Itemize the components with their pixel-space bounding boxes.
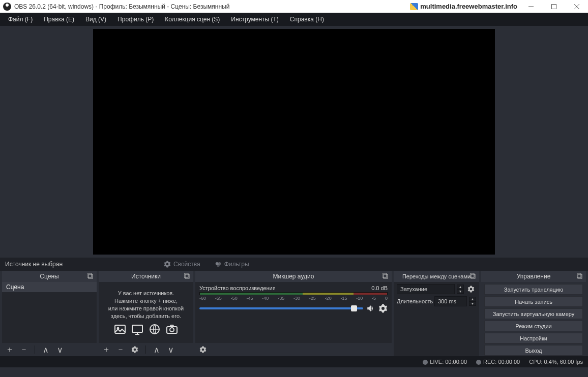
status-cpu: CPU: 0.4%, 60.00 fps: [529, 359, 583, 365]
window-titlebar: OBS 26.0.2 (64-bit, windows) - Профиль: …: [0, 0, 588, 13]
controls-dock: Управление Запустить трансляцию Начать з…: [481, 271, 586, 356]
status-rec: REC: 00:00:00: [476, 359, 520, 365]
audio-meter-ticks: -60-55-50-45-40-35-30-25-20-15-10-50: [199, 296, 388, 301]
svg-rect-6: [185, 274, 189, 278]
source-move-up-button[interactable]: ∧: [152, 345, 161, 354]
scene-move-up-button[interactable]: ∧: [41, 345, 50, 354]
speaker-icon[interactable]: [366, 304, 375, 313]
transition-settings-button[interactable]: [466, 284, 476, 294]
gear-icon: [164, 261, 171, 268]
svg-point-13: [170, 328, 174, 332]
preview-canvas[interactable]: [93, 29, 495, 255]
watermark-text: multimedia.freewebmaster.info: [420, 3, 517, 10]
studio-mode-button[interactable]: Режим студии: [484, 321, 583, 331]
mixer-level-label: 0.0 dB: [371, 285, 388, 291]
popout-icon[interactable]: [183, 272, 191, 280]
source-remove-button[interactable]: －: [116, 345, 125, 354]
svg-rect-5: [87, 273, 92, 277]
source-settings-button[interactable]: [130, 345, 139, 354]
dock-row: Сцены Сцена ＋ － ∧ ∨ Источники У вас нет …: [0, 271, 588, 356]
svg-rect-10: [132, 325, 142, 332]
start-stream-button[interactable]: Запустить трансляцию: [484, 284, 583, 295]
transition-spin[interactable]: ▲▼: [457, 285, 464, 294]
popout-icon[interactable]: [86, 272, 95, 280]
settings-button[interactable]: Настройки: [484, 333, 583, 343]
controls-header[interactable]: Управление: [481, 271, 586, 282]
window-minimize-button[interactable]: [519, 0, 542, 13]
window-maximize-button[interactable]: [542, 0, 565, 13]
duration-input[interactable]: 300 ms: [434, 296, 467, 306]
start-virtualcam-button[interactable]: Запустить виртуальную камеру: [484, 308, 583, 319]
source-info-bar: Источник не выбран Свойства Фильтры: [0, 258, 588, 271]
exit-button[interactable]: Выход: [484, 345, 583, 356]
menu-file[interactable]: Файл (F): [3, 14, 38, 25]
sources-dock: Источники У вас нет источников. Нажмите …: [99, 271, 193, 356]
menu-tools[interactable]: Инструменты (T): [226, 14, 283, 25]
status-live: LIVE: 00:00:00: [423, 359, 467, 365]
window-close-button[interactable]: [565, 0, 588, 13]
transitions-header[interactable]: Переходы между сценами: [394, 271, 479, 282]
menu-view[interactable]: Вид (V): [80, 14, 111, 25]
volume-slider[interactable]: [199, 307, 363, 309]
menubar: Файл (F) Правка (E) Вид (V) Профиль (P) …: [0, 13, 588, 26]
menu-profile[interactable]: Профиль (P): [112, 14, 159, 25]
scenes-dock: Сцены Сцена ＋ － ∧ ∨: [2, 271, 97, 356]
rec-dot-icon: [476, 360, 481, 365]
svg-rect-0: [551, 4, 556, 9]
scenes-header[interactable]: Сцены: [2, 271, 97, 282]
watermark: multimedia.freewebmaster.info: [410, 3, 517, 10]
svg-rect-16: [471, 274, 475, 278]
popout-icon[interactable]: [576, 272, 584, 280]
audio-mixer-header[interactable]: Микшер аудио: [195, 271, 392, 282]
window-title: OBS 26.0.2 (64-bit, windows) - Профиль: …: [14, 3, 229, 10]
svg-rect-8: [115, 325, 125, 333]
mixer-settings-button[interactable]: [198, 345, 208, 354]
svg-rect-18: [578, 274, 582, 278]
duration-label: Длительность: [397, 298, 432, 304]
properties-button[interactable]: Свойства: [161, 260, 203, 269]
menu-edit[interactable]: Правка (E): [39, 14, 79, 25]
camera-icon: [166, 323, 178, 335]
selected-source-label: Источник не выбран: [5, 261, 153, 268]
source-move-down-button[interactable]: ∨: [166, 345, 175, 354]
preview-area: [0, 26, 588, 258]
filters-icon: [215, 261, 222, 268]
gear-icon[interactable]: [378, 304, 388, 313]
menu-scene-collection[interactable]: Коллекция сцен (S): [160, 14, 225, 25]
popout-icon[interactable]: [469, 272, 477, 280]
watermark-icon: [410, 3, 418, 10]
start-record-button[interactable]: Начать запись: [484, 296, 583, 307]
mixer-toolbar: [195, 343, 392, 356]
image-icon: [114, 323, 126, 335]
source-add-button[interactable]: ＋: [102, 345, 111, 354]
svg-rect-15: [383, 273, 387, 277]
display-icon: [131, 323, 143, 335]
sources-header[interactable]: Источники: [99, 271, 193, 282]
sources-toolbar: ＋ － ∧ ∨: [99, 343, 193, 356]
scene-add-button[interactable]: ＋: [5, 345, 14, 354]
svg-rect-4: [89, 274, 93, 278]
menu-help[interactable]: Справка (H): [285, 14, 329, 25]
svg-rect-7: [184, 273, 188, 277]
obs-app-icon: [3, 3, 11, 11]
filters-button[interactable]: Фильтры: [212, 260, 252, 269]
popout-icon[interactable]: [381, 272, 390, 280]
globe-icon: [149, 323, 161, 335]
scene-move-down-button[interactable]: ∨: [55, 345, 65, 354]
audio-mixer-dock: Микшер аудио Устройство воспроизведения …: [195, 271, 392, 356]
scene-item[interactable]: Сцена: [2, 282, 97, 292]
svg-rect-19: [577, 273, 581, 277]
mixer-device-label: Устройство воспроизведения: [199, 285, 276, 291]
statusbar: LIVE: 00:00:00 REC: 00:00:00 CPU: 0.4%, …: [0, 356, 588, 367]
duration-spin[interactable]: ▲▼: [469, 297, 476, 306]
live-dot-icon: [423, 360, 428, 365]
transition-select[interactable]: Затухание: [397, 284, 455, 294]
svg-rect-14: [384, 274, 388, 278]
transitions-dock: Переходы между сценами Затухание ▲▼ Длит…: [394, 271, 479, 356]
audio-meter: [199, 292, 388, 295]
scene-remove-button[interactable]: －: [19, 345, 28, 354]
svg-point-3: [217, 264, 220, 267]
svg-rect-17: [470, 273, 474, 277]
sources-empty-state[interactable]: У вас нет источников. Нажмите кнопку + н…: [99, 282, 193, 343]
scenes-toolbar: ＋ － ∧ ∨: [2, 343, 97, 356]
